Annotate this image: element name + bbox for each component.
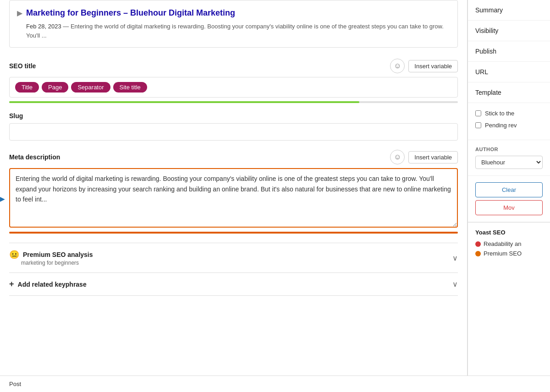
- add-keyphrase-header[interactable]: + Add related keyphrase ∨: [9, 279, 458, 289]
- pending-rev-checkbox[interactable]: [475, 122, 481, 128]
- sidebar-url-label: URL: [475, 68, 488, 76]
- yoast-premium-seo-item: Premium SEO: [475, 250, 543, 257]
- add-keyphrase-label: Add related keyphrase: [18, 281, 87, 288]
- stick-to-the-item: Stick to the: [475, 109, 543, 118]
- seo-tag-site-title[interactable]: Site title: [113, 82, 147, 93]
- meta-description-progress-fill: [9, 232, 458, 234]
- pending-rev-item: Pending rev: [475, 121, 543, 130]
- article-meta: Feb 28, 2023 — Entering the world of dig…: [26, 22, 450, 40]
- premium-seo-section[interactable]: 😐 Premium SEO analysis marketing for beg…: [9, 243, 458, 273]
- seo-tag-title[interactable]: Title: [15, 82, 39, 93]
- seo-title-field[interactable]: Title Page Separator Site title: [9, 77, 458, 98]
- seo-title-label: SEO title: [9, 62, 36, 70]
- add-keyphrase-title: + Add related keyphrase: [9, 279, 87, 289]
- meta-description-wrapper: ▶: [9, 168, 458, 229]
- author-label: AUTHOR: [475, 147, 543, 152]
- readability-dot-icon: [475, 241, 481, 247]
- premium-seo-emoji: 😐: [9, 250, 19, 260]
- right-sidebar: Summary Visibility Publish URL Template …: [468, 0, 550, 376]
- sidebar-summary-label: Summary: [475, 6, 503, 14]
- bottom-bar-label: Post: [9, 381, 21, 387]
- stick-to-the-checkbox[interactable]: [475, 110, 481, 116]
- sidebar-item-summary[interactable]: Summary: [468, 0, 550, 21]
- article-preview-card: ▶ Marketing for Beginners – Bluehour Dig…: [9, 0, 458, 48]
- seo-tag-page[interactable]: Page: [42, 82, 68, 93]
- bottom-bar: Post: [0, 376, 550, 392]
- clear-button[interactable]: Clear: [475, 182, 543, 197]
- slug-label: Slug: [9, 112, 23, 120]
- seo-title-insert-variable-btn[interactable]: Insert variable: [408, 60, 458, 72]
- article-card-arrow[interactable]: ▶: [17, 9, 22, 17]
- seo-title-emoji-btn[interactable]: ☺: [390, 59, 405, 73]
- seo-title-progress-fill: [9, 101, 359, 103]
- sidebar-item-template[interactable]: Template: [468, 82, 550, 103]
- plus-icon: +: [9, 279, 14, 289]
- add-keyphrase-section[interactable]: + Add related keyphrase ∨: [9, 272, 458, 296]
- premium-seo-dot-icon: [475, 251, 481, 256]
- article-dash: —: [63, 23, 71, 30]
- meta-description-actions: ☺ Insert variable: [390, 150, 458, 164]
- premium-seo-title: 😐 Premium SEO analysis: [9, 250, 93, 260]
- article-date: Feb 28, 2023: [26, 23, 61, 30]
- seo-title-actions: ☺ Insert variable: [390, 59, 458, 73]
- sidebar-visibility-label: Visibility: [475, 27, 498, 34]
- sidebar-template-label: Template: [475, 89, 501, 96]
- slug-input[interactable]: [9, 123, 458, 141]
- article-description: Entering the world of digital marketing …: [26, 23, 444, 39]
- yoast-readability-item: Readability an: [475, 240, 543, 247]
- slug-section: Slug: [9, 112, 458, 141]
- sidebar-publish-label: Publish: [475, 48, 496, 55]
- add-keyphrase-chevron-icon[interactable]: ∨: [452, 280, 458, 289]
- meta-blue-arrow-icon: ▶: [0, 195, 5, 202]
- main-content: ▶ Marketing for Beginners – Bluehour Dig…: [0, 0, 468, 376]
- author-select[interactable]: Bluehour: [475, 156, 543, 169]
- premium-seo-yoast-label: Premium SEO: [484, 250, 522, 257]
- yoast-seo-title: Yoast SEO: [475, 229, 543, 236]
- sidebar-actions-section: Clear Mov: [468, 176, 550, 222]
- seo-tag-separator[interactable]: Separator: [71, 82, 110, 93]
- move-button[interactable]: Mov: [475, 200, 543, 215]
- premium-seo-subtitle: marketing for beginners: [21, 260, 93, 266]
- premium-seo-header[interactable]: 😐 Premium SEO analysis marketing for beg…: [9, 250, 458, 266]
- readability-label: Readability an: [484, 240, 521, 247]
- meta-description-emoji-btn[interactable]: ☺: [390, 150, 405, 164]
- meta-description-progress-bar: [9, 232, 458, 234]
- meta-description-section: Meta description ☺ Insert variable ▶: [9, 150, 458, 234]
- sidebar-item-publish[interactable]: Publish: [468, 41, 550, 62]
- sidebar-item-visibility[interactable]: Visibility: [468, 21, 550, 41]
- article-title-link[interactable]: Marketing for Beginners – Bluehour Digit…: [26, 8, 235, 17]
- premium-seo-chevron-icon[interactable]: ∨: [452, 254, 458, 262]
- sidebar-author-section: AUTHOR Bluehour: [468, 140, 550, 176]
- seo-title-progress-bar: [9, 101, 458, 103]
- meta-description-insert-variable-btn[interactable]: Insert variable: [408, 151, 458, 163]
- meta-description-label: Meta description: [9, 153, 60, 161]
- stick-to-the-label: Stick to the: [485, 109, 514, 118]
- yoast-seo-section: Yoast SEO Readability an Premium SEO: [468, 222, 550, 266]
- meta-description-textarea[interactable]: [9, 168, 458, 228]
- premium-seo-title-text: Premium SEO analysis: [23, 251, 93, 258]
- sidebar-stick-section: Stick to the Pending rev: [468, 103, 550, 140]
- pending-rev-label: Pending rev: [485, 121, 517, 130]
- sidebar-item-url[interactable]: URL: [468, 62, 550, 82]
- seo-title-section: SEO title ☺ Insert variable Title Page S…: [9, 59, 458, 103]
